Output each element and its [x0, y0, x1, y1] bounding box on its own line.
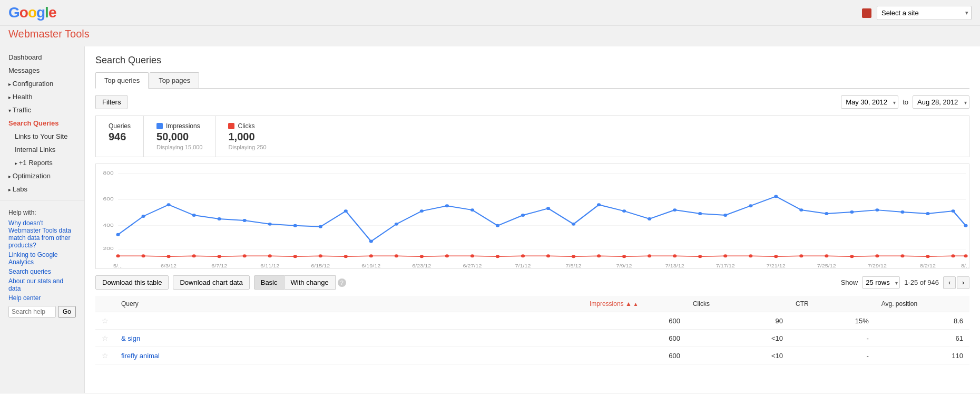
row-1-query: & sign — [115, 330, 583, 347]
svg-text:400: 400 — [103, 222, 114, 228]
help-link-1[interactable]: Linking to Google Analytics — [8, 251, 76, 266]
stat-clicks: Clicks 1,000 Displaying 250 — [215, 116, 279, 157]
svg-point-38 — [875, 208, 879, 212]
sidebar-item-plus1-reports[interactable]: +1 Reports — [0, 156, 84, 169]
svg-text:6/23/12: 6/23/12 — [412, 263, 431, 268]
svg-point-74 — [900, 254, 904, 257]
bottom-toolbar-left: Download this table Download chart data … — [95, 275, 346, 290]
svg-point-62 — [597, 254, 601, 257]
sidebar-item-optimization[interactable]: Optimization — [0, 169, 84, 182]
help-link-2[interactable]: Search queries — [8, 268, 76, 275]
svg-point-39 — [900, 210, 904, 214]
svg-point-60 — [546, 254, 550, 257]
svg-point-9 — [141, 215, 145, 218]
svg-point-21 — [445, 204, 449, 207]
page-prev-button[interactable]: ‹ — [943, 276, 956, 289]
svg-point-67 — [723, 254, 727, 257]
table-row: ☆ & sign 600 <10 - 61 — [95, 330, 969, 347]
sidebar-item-configuration[interactable]: Configuration — [0, 77, 84, 90]
help-link-3[interactable]: About our stats and data — [8, 277, 76, 292]
date-to-wrap: Aug 28, 2012 — [913, 95, 969, 109]
query-link-2[interactable]: firefly animal — [121, 352, 160, 360]
svg-text:8/2/12: 8/2/12 — [920, 263, 936, 268]
stat-clicks-value: 1,000 — [228, 131, 266, 143]
go-button[interactable]: Go — [58, 306, 76, 318]
svg-point-53 — [369, 254, 373, 257]
tab-top-queries[interactable]: Top queries — [95, 72, 149, 89]
search-help-row: Go — [8, 306, 76, 318]
svg-point-72 — [850, 255, 854, 258]
svg-point-58 — [496, 255, 499, 258]
table-row: ☆ 600 90 15% 8.6 — [95, 312, 969, 330]
row-0-star[interactable]: ☆ — [95, 312, 115, 330]
app-title-link[interactable]: Webmaster Tools — [8, 28, 90, 40]
sidebar-item-links-to-your-site[interactable]: Links to Your Site — [0, 130, 84, 143]
col-impressions-header[interactable]: Impressions ▲ — [583, 296, 687, 312]
sidebar-item-labs[interactable]: Labs — [0, 182, 84, 196]
sidebar-item-messages[interactable]: Messages — [0, 64, 84, 77]
view-basic-button[interactable]: Basic — [254, 275, 285, 290]
view-with-change-button[interactable]: With change — [285, 275, 336, 290]
download-chart-button[interactable]: Download chart data — [173, 275, 249, 290]
svg-text:6/3/12: 6/3/12 — [161, 263, 177, 268]
col-position-header[interactable]: Avg. position — [875, 296, 969, 312]
help-link-4[interactable]: Help center — [8, 294, 76, 302]
stats-row: Queries 946 Impressions 50,000 Displayin… — [95, 116, 969, 157]
sidebar-item-health[interactable]: Health — [0, 90, 84, 103]
site-selector[interactable]: Select a site — [877, 6, 972, 20]
bottom-toolbar: Download this table Download chart data … — [95, 275, 969, 290]
row-1-star[interactable]: ☆ — [95, 330, 115, 347]
sidebar-item-internal-links[interactable]: Internal Links — [0, 143, 84, 156]
view-help-icon[interactable]: ? — [338, 278, 346, 287]
col-ctr-header[interactable]: CTR — [789, 296, 875, 312]
filters-button[interactable]: Filters — [95, 95, 128, 109]
table-header-row: Query Impressions ▲ Clicks CTR Avg. posi… — [95, 296, 969, 312]
page-title: Search Queries — [95, 55, 969, 66]
col-clicks-header[interactable]: Clicks — [687, 296, 789, 312]
svg-point-45 — [166, 255, 170, 258]
search-help-input[interactable] — [8, 306, 56, 318]
svg-point-66 — [698, 255, 702, 258]
app-title-bar: Webmaster Tools — [0, 26, 980, 46]
row-1-position: 61 — [875, 330, 969, 347]
col-star-header — [95, 296, 115, 312]
svg-point-37 — [850, 210, 854, 214]
chart-container: 800 600 400 200 — [95, 164, 969, 269]
svg-point-71 — [825, 254, 828, 257]
toolbar: Filters May 30, 2012 to Aug 28, 2012 — [95, 95, 969, 109]
sidebar: Dashboard Messages Configuration Health … — [0, 46, 84, 393]
sidebar-divider — [0, 200, 84, 200]
query-link-1[interactable]: & sign — [121, 334, 140, 342]
page-nav: ‹ › — [943, 276, 969, 289]
svg-text:5/...: 5/... — [113, 263, 123, 268]
date-to-select[interactable]: Aug 28, 2012 — [913, 95, 969, 109]
svg-text:7/9/12: 7/9/12 — [616, 263, 632, 268]
svg-point-10 — [166, 203, 170, 206]
main-content: Search Queries Top queries Top pages Fil… — [84, 46, 980, 393]
svg-point-65 — [673, 254, 677, 257]
svg-text:7/13/12: 7/13/12 — [665, 263, 684, 268]
sidebar-item-search-queries[interactable]: Search Queries — [0, 117, 84, 130]
download-table-button[interactable]: Download this table — [95, 275, 169, 290]
help-link-0[interactable]: Why doesn't Webmaster Tools data match d… — [8, 219, 76, 249]
stat-impressions-label: Impressions — [156, 122, 202, 130]
sidebar-item-traffic[interactable]: Traffic — [0, 103, 84, 117]
tabs: Top queries Top pages — [95, 72, 969, 89]
row-2-star[interactable]: ☆ — [95, 347, 115, 364]
svg-point-77 — [964, 254, 967, 257]
rows-select[interactable]: 10 rows 25 rows 50 rows — [862, 276, 900, 289]
pagination: Show 10 rows 25 rows 50 rows 1-25 of 946… — [841, 276, 969, 289]
date-from-select[interactable]: May 30, 2012 — [841, 95, 898, 109]
sidebar-help: Help with: Why doesn't Webmaster Tools d… — [0, 205, 84, 322]
svg-point-33 — [749, 204, 752, 207]
svg-point-14 — [268, 223, 272, 226]
row-0-ctr: 15% — [789, 312, 875, 330]
row-2-position: 110 — [875, 347, 969, 364]
page-next-button[interactable]: › — [957, 276, 969, 289]
svg-point-64 — [648, 254, 651, 257]
svg-text:7/1/12: 7/1/12 — [515, 263, 531, 268]
svg-point-49 — [268, 254, 272, 257]
tab-top-pages[interactable]: Top pages — [150, 72, 199, 88]
sidebar-item-dashboard[interactable]: Dashboard — [0, 51, 84, 64]
svg-text:800: 800 — [103, 170, 114, 176]
